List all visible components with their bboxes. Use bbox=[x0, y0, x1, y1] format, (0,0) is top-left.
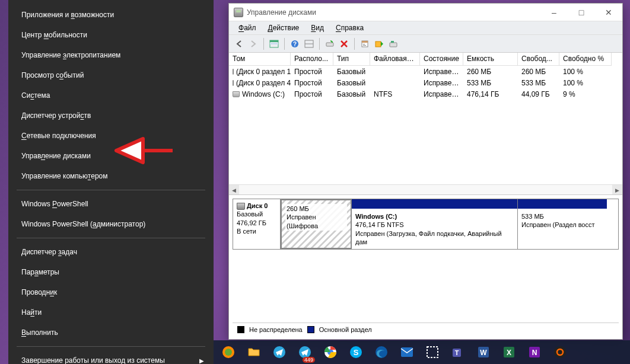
svg-point-36 bbox=[554, 346, 566, 358]
maximize-button[interactable]: □ bbox=[568, 4, 595, 21]
taskbar-snip-icon[interactable] bbox=[420, 340, 445, 364]
menu-item[interactable]: Управление компьютером bbox=[8, 166, 214, 186]
column-header[interactable]: Состояние bbox=[420, 53, 463, 66]
menu-bar: ФайлДействиеВидСправка bbox=[229, 21, 622, 35]
svg-text:T: T bbox=[455, 349, 459, 356]
volume-list[interactable]: ТомРасполо...ТипФайловая с...СостояниеЕм… bbox=[229, 53, 622, 195]
menu[interactable]: Файл bbox=[233, 22, 262, 34]
window-titlebar[interactable]: Управление дисками – □ ✕ bbox=[229, 4, 622, 21]
taskbar-telegram-icon[interactable] bbox=[267, 340, 292, 364]
partition[interactable]: 533 МБИсправен (Раздел восст bbox=[518, 199, 607, 249]
legend-swatch bbox=[237, 326, 244, 333]
refresh-button[interactable] bbox=[323, 37, 336, 50]
svg-rect-26 bbox=[401, 347, 413, 357]
forward-button[interactable] bbox=[247, 37, 260, 50]
menu-item[interactable]: Система bbox=[8, 85, 214, 106]
svg-text:X: X bbox=[507, 349, 511, 357]
column-header[interactable]: Емкость bbox=[463, 53, 518, 66]
taskbar-teams-icon[interactable]: T bbox=[446, 340, 470, 364]
submenu-arrow-icon: ▶ bbox=[199, 357, 204, 364]
menu-item[interactable]: Выполнить bbox=[8, 323, 214, 343]
svg-rect-15 bbox=[390, 43, 397, 47]
taskbar-explorer-icon[interactable] bbox=[241, 340, 266, 364]
help-button[interactable]: ? bbox=[288, 37, 301, 50]
legend: Не распределенаОсновной раздел bbox=[233, 323, 619, 336]
column-header[interactable]: Располо... bbox=[291, 53, 333, 66]
back-button[interactable] bbox=[233, 37, 246, 50]
taskbar-snagit-icon[interactable] bbox=[548, 340, 572, 364]
menu-item[interactable]: Проводник bbox=[8, 282, 214, 302]
menu[interactable]: Действие bbox=[262, 22, 306, 34]
menu-item[interactable]: Windows PowerShell (администратор) bbox=[8, 214, 214, 234]
menu-item[interactable]: Найти bbox=[8, 302, 214, 323]
legend-swatch bbox=[307, 326, 314, 333]
svg-text:W: W bbox=[480, 349, 487, 357]
partition[interactable]: Windows (C:)476,14 ГБ NTFSИсправен (Загр… bbox=[352, 199, 518, 249]
scroll-left-button[interactable]: ◀ bbox=[229, 185, 239, 195]
column-header[interactable]: Файловая с... bbox=[370, 53, 420, 66]
svg-rect-12 bbox=[363, 45, 366, 46]
menu-item[interactable]: Центр мобильности bbox=[8, 25, 214, 45]
disk-graphical-view: Диск 0 Базовый 476,92 ГБ В сети 260 МБИс… bbox=[229, 195, 622, 339]
svg-text:N: N bbox=[532, 349, 537, 357]
volume-icon bbox=[233, 69, 234, 75]
taskbar-chrome-icon[interactable] bbox=[318, 340, 343, 364]
action1-button[interactable] bbox=[373, 37, 386, 50]
taskbar-excel-icon[interactable]: X bbox=[497, 340, 521, 364]
svg-rect-10 bbox=[362, 41, 368, 43]
winx-context-menu: Приложения и возможностиЦентр мобильност… bbox=[8, 0, 214, 364]
volume-list-header[interactable]: ТомРасполо...ТипФайловая с...СостояниеЕм… bbox=[229, 53, 622, 66]
minimize-button[interactable]: – bbox=[540, 4, 568, 21]
column-header[interactable]: Свободно % bbox=[559, 53, 612, 66]
menu-item[interactable]: Управление электропитанием bbox=[8, 45, 214, 65]
disk-mgmt-icon bbox=[234, 8, 243, 17]
close-button[interactable]: ✕ bbox=[595, 4, 622, 21]
svg-rect-1 bbox=[270, 40, 278, 42]
taskbar-word-icon[interactable]: W bbox=[471, 340, 496, 364]
taskbar-telegram2-icon[interactable]: 449 bbox=[292, 340, 317, 364]
menu-item[interactable]: Приложения и возможности bbox=[8, 5, 214, 25]
column-header[interactable]: Свобод... bbox=[518, 53, 559, 66]
toolbar: ? bbox=[229, 35, 622, 53]
action2-button[interactable] bbox=[387, 37, 400, 50]
menu-item[interactable]: Управление дисками bbox=[8, 146, 214, 166]
svg-text:?: ? bbox=[293, 41, 297, 47]
show-hide-tree-button[interactable] bbox=[268, 37, 281, 50]
volume-row[interactable]: (Диск 0 раздел 1)ПростойБазовыйИсправен.… bbox=[229, 66, 622, 77]
taskbar[interactable]: 449 S T W X N bbox=[214, 340, 630, 364]
column-header[interactable]: Том bbox=[229, 53, 291, 66]
disk-management-window: Управление дисками – □ ✕ ФайлДействиеВид… bbox=[228, 3, 623, 340]
svg-rect-7 bbox=[326, 43, 333, 46]
partition[interactable]: 260 МБИсправен (Шифрова bbox=[281, 199, 352, 249]
menu-item[interactable]: Диспетчер задач bbox=[8, 242, 214, 262]
menu-item[interactable]: Параметры bbox=[8, 262, 214, 282]
settings-view-button[interactable] bbox=[303, 37, 316, 50]
taskbar-firefox-icon[interactable] bbox=[216, 340, 241, 364]
scroll-right-button[interactable]: ▶ bbox=[612, 185, 622, 195]
menu-item[interactable]: Просмотр событий bbox=[8, 65, 214, 85]
taskbar-skype-icon[interactable]: S bbox=[343, 340, 368, 364]
separator bbox=[17, 346, 205, 347]
delete-button[interactable] bbox=[338, 37, 351, 50]
menu-item[interactable]: Завершение работы или выход из системы▶ bbox=[8, 350, 214, 364]
properties-button[interactable] bbox=[358, 37, 371, 50]
menu-item[interactable]: Сетевые подключения bbox=[8, 126, 214, 146]
taskbar-onenote-icon[interactable]: N bbox=[522, 340, 547, 364]
taskbar-outlook-icon[interactable] bbox=[394, 340, 419, 364]
column-header[interactable]: Тип bbox=[333, 53, 370, 66]
volume-row[interactable]: (Диск 0 раздел 4)ПростойБазовыйИсправен.… bbox=[229, 77, 622, 88]
svg-rect-16 bbox=[391, 41, 394, 43]
svg-rect-2 bbox=[270, 43, 278, 44]
taskbar-edge-icon[interactable] bbox=[369, 340, 394, 364]
separator bbox=[17, 238, 205, 238]
volume-row[interactable]: Windows (C:)ПростойБазовыйNTFSИсправен..… bbox=[229, 88, 622, 100]
menu[interactable]: Справка bbox=[330, 22, 370, 34]
disk-icon bbox=[237, 203, 245, 210]
disk-row[interactable]: Диск 0 Базовый 476,92 ГБ В сети 260 МБИс… bbox=[233, 199, 619, 250]
menu-item[interactable]: Windows PowerShell bbox=[8, 194, 214, 214]
disk-info[interactable]: Диск 0 Базовый 476,92 ГБ В сети bbox=[233, 199, 281, 249]
menu[interactable]: Вид bbox=[305, 22, 330, 34]
volume-icon bbox=[233, 80, 234, 86]
horizontal-scrollbar[interactable]: ◀ ▶ bbox=[229, 184, 622, 194]
menu-item[interactable]: Диспетчер устройств bbox=[8, 106, 214, 126]
